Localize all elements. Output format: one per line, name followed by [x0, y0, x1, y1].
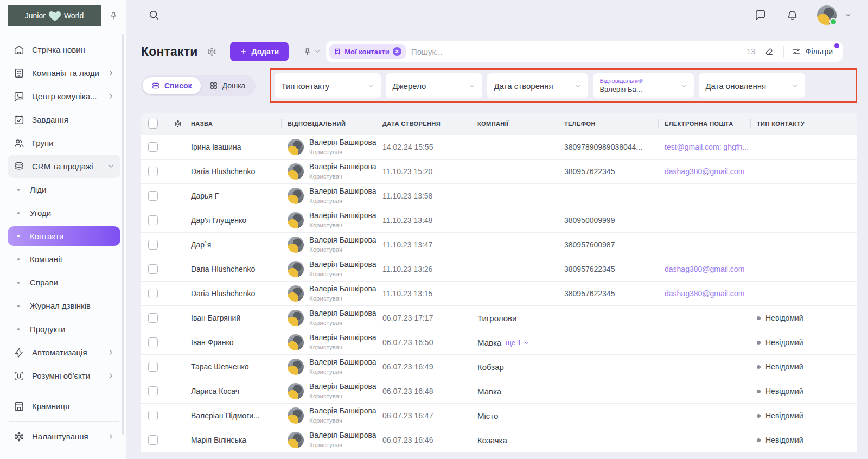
contact-name[interactable]: Іван Франко [191, 338, 288, 347]
table-row[interactable]: Іван БагрянийВалерія БашкіроваКористувач… [141, 305, 857, 330]
sidebar-item-products[interactable]: Продукти [8, 317, 120, 341]
row-checkbox[interactable] [148, 215, 158, 225]
column-header[interactable]: КОМПАНІЇ [477, 120, 564, 127]
table-row[interactable]: Ірина ІвашинаВалерія БашкіроваКористувач… [141, 135, 857, 159]
filter-dropdown-5[interactable]: Дата оновлення [699, 73, 805, 98]
row-checkbox[interactable] [148, 411, 158, 420]
sidebar-item-comm-center[interactable]: Центр комуніка... [8, 85, 120, 108]
sidebar-item-smart-objects[interactable]: Розумні об'єкти [8, 364, 120, 387]
saved-search-pin-icon[interactable] [303, 47, 321, 56]
table-row[interactable]: Daria HlushchenkoВалерія БашкіроваКорист… [141, 281, 857, 305]
filter-dropdown-2[interactable]: Джерело [386, 73, 482, 98]
company-more-button[interactable]: ще 1 [506, 339, 530, 347]
sidebar-item-companies[interactable]: Компанії [8, 247, 120, 271]
view-settings-gear-icon[interactable] [207, 47, 217, 57]
contact-name[interactable]: Тарас Шевченко [191, 362, 288, 371]
filter-dropdown-3[interactable]: Дата створення [487, 73, 588, 98]
sidebar-scrollbar[interactable] [122, 34, 124, 435]
row-checkbox[interactable] [148, 362, 158, 372]
email-link[interactable]: dashag380@gmail.com [665, 167, 757, 176]
row-checkbox[interactable] [148, 264, 158, 274]
company-name[interactable]: Козачка [477, 436, 507, 445]
chat-icon[interactable] [754, 9, 767, 22]
filters-button[interactable]: Фільтри [789, 44, 838, 59]
sidebar-item-leads[interactable]: Ліди [8, 178, 120, 201]
chip-close-icon[interactable]: ✕ [393, 47, 401, 56]
row-checkbox[interactable] [148, 435, 158, 445]
row-checkbox[interactable] [148, 167, 158, 176]
sidebar-item-settings[interactable]: Налаштування [8, 425, 120, 448]
company-name[interactable]: Кобзар [477, 362, 504, 372]
sidebar-item-deals[interactable]: Угоди [8, 201, 120, 225]
sidebar-item-tasks[interactable]: Завдання [8, 108, 120, 131]
sidebar-item-cases[interactable]: Справи [8, 271, 120, 294]
table-row[interactable]: Daria HlushchenkoВалерія БашкіроваКорист… [141, 159, 857, 183]
email-link[interactable]: test@gmail.com; ghgfh... [665, 143, 757, 151]
row-checkbox[interactable] [148, 313, 158, 323]
contact-name[interactable]: Ірина Івашина [191, 143, 288, 151]
filter-dropdown-4[interactable]: ВідповідальнийВалерія Ба... [593, 73, 694, 98]
column-header[interactable]: НАЗВА [191, 120, 288, 127]
email-link[interactable]: dashag380@gmail.com [665, 289, 757, 298]
user-avatar[interactable] [817, 5, 837, 25]
contact-name[interactable]: Дарья Г [191, 192, 288, 200]
global-search-icon[interactable] [148, 9, 160, 21]
app-logo[interactable]: Junior World [8, 5, 101, 26]
table-row[interactable]: Daria HlushchenkoВалерія БашкіроваКорист… [141, 257, 857, 281]
row-checkbox[interactable] [148, 240, 158, 250]
table-row[interactable]: Дарья ГВалерія БашкіроваКористувач11.10.… [141, 183, 857, 208]
contact-name[interactable]: Іван Багряний [191, 314, 288, 322]
row-checkbox[interactable] [148, 386, 158, 396]
column-header[interactable]: ЕЛЕКТРОННА ПОШТА [665, 120, 757, 127]
table-row[interactable]: Марія ВілінськаВалерія БашкіроваКористув… [141, 428, 857, 452]
search-bar[interactable]: Мої контакти ✕ 13 Фільтри [326, 41, 843, 62]
row-checkbox[interactable] [148, 142, 158, 152]
table-row[interactable]: Тарас ШевченкоВалерія БашкіроваКористува… [141, 354, 857, 379]
columns-gear-icon[interactable] [165, 119, 191, 129]
contact-name[interactable]: Daria Hlushchenko [191, 167, 288, 176]
contact-name[interactable]: Daria Hlushchenko [191, 265, 288, 273]
sidebar-item-news[interactable]: Стрічка новин [8, 38, 120, 61]
search-input[interactable] [411, 47, 746, 56]
table-row[interactable]: Дар'я ГлущенкоВалерія БашкіроваКористува… [141, 208, 857, 232]
column-header[interactable]: ТИП КОНТАКТУ [757, 120, 857, 127]
row-checkbox[interactable] [148, 337, 158, 347]
notifications-bell-icon[interactable] [786, 9, 799, 22]
table-row[interactable]: Лариса КосачВалерія БашкіроваКористувач0… [141, 379, 857, 403]
column-header[interactable]: ДАТА СТВОРЕННЯ [382, 120, 477, 127]
contact-name[interactable]: Лариса Косач [191, 387, 288, 396]
email-link[interactable]: dashag380@gmail.com [665, 265, 757, 273]
sidebar-item-groups[interactable]: Групи [8, 131, 120, 155]
add-contact-button[interactable]: Додати [230, 42, 289, 61]
filter-chip-my-contacts[interactable]: Мої контакти ✕ [329, 44, 406, 59]
sidebar-item-company-people[interactable]: Компанія та люди [8, 61, 120, 85]
sidebar-item-automation[interactable]: Автоматизація [8, 341, 120, 364]
tab-board-view[interactable]: Дошка [201, 77, 254, 94]
contact-name[interactable]: Дар'я Глущенко [191, 216, 288, 225]
user-menu-chevron-icon[interactable] [844, 11, 852, 19]
contact-name[interactable]: Марія Вілінська [191, 436, 288, 444]
company-name[interactable]: Тигролови [477, 314, 516, 323]
clear-search-eraser-icon[interactable] [761, 44, 778, 59]
tab-list-view[interactable]: Список [143, 77, 201, 94]
sidebar-item-contacts[interactable]: Контакти [8, 226, 120, 246]
company-name[interactable]: Мавка [477, 387, 501, 396]
row-checkbox[interactable] [148, 191, 158, 201]
sidebar-pin-icon[interactable] [108, 11, 118, 21]
select-all-checkbox[interactable] [148, 119, 158, 129]
contact-name[interactable]: Валеріан Підмоги... [191, 411, 288, 420]
table-row[interactable]: Іван ФранкоВалерія БашкіроваКористувач06… [141, 330, 857, 354]
column-header[interactable]: ВІДПОВІДАЛЬНИЙ [288, 120, 382, 127]
column-header[interactable]: ТЕЛЕФОН [564, 120, 665, 127]
table-row[interactable]: Валеріан Підмоги...Валерія БашкіроваКори… [141, 403, 857, 428]
company-name[interactable]: Місто [477, 411, 498, 420]
company-name[interactable]: Мавка [477, 338, 501, 347]
contact-name[interactable]: Daria Hlushchenko [191, 289, 288, 298]
sidebar-item-shop[interactable]: Крамниця [8, 394, 120, 418]
row-checkbox[interactable] [148, 289, 158, 298]
filter-dropdown-1[interactable]: Тип контакту [275, 73, 381, 98]
contact-name[interactable]: Дар`я [191, 240, 288, 249]
sidebar-item-call-log[interactable]: Журнал дзвінків [8, 294, 120, 317]
sidebar-item-crm[interactable]: CRM та продажі [8, 155, 120, 178]
table-row[interactable]: Дар`яВалерія БашкіроваКористувач11.10.23… [141, 232, 857, 257]
